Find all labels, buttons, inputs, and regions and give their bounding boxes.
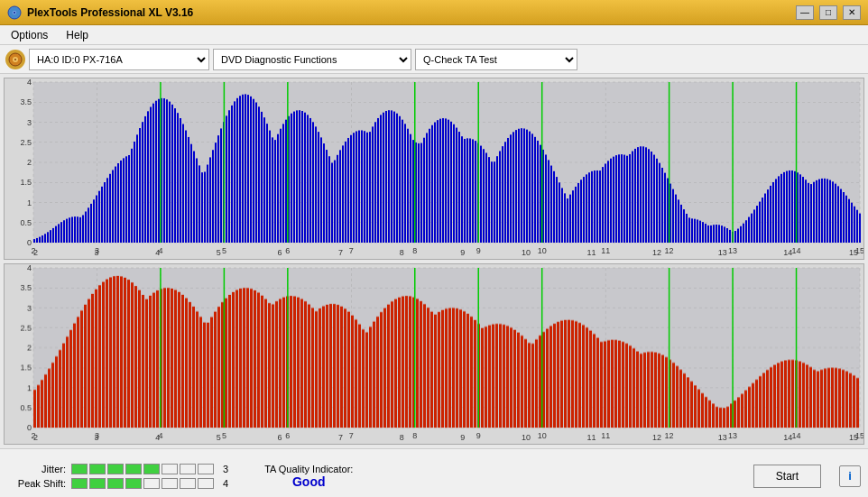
svg-point-5	[14, 59, 16, 60]
info-button[interactable]: i	[839, 465, 861, 487]
jitter-seg-7	[180, 464, 196, 474]
jitter-label: Jitter:	[7, 464, 66, 474]
test-select[interactable]: Q-Check TA Test	[415, 49, 577, 70]
ta-quality-section: TA Quality Indicator: Good	[264, 464, 353, 489]
jitter-seg-6	[162, 464, 178, 474]
peak-shift-label: Peak Shift:	[7, 478, 66, 489]
drive-icon	[5, 50, 25, 69]
jitter-seg-3	[107, 464, 124, 474]
window-title: PlexTools Professional XL V3.16	[27, 6, 193, 19]
close-button[interactable]: ✕	[843, 5, 861, 20]
title-bar: PlexTools Professional XL V3.16 — □ ✕	[0, 0, 868, 25]
start-button[interactable]: Start	[753, 465, 821, 488]
peak-shift-value: 4	[223, 478, 228, 489]
peak-shift-metric: Peak Shift: 4	[7, 478, 228, 489]
jitter-bar	[71, 464, 214, 474]
function-select[interactable]: DVD Diagnostic Functions	[213, 49, 411, 70]
bottom-panel: Jitter: 3 Peak Shift:	[0, 448, 868, 497]
peak-seg-5	[143, 478, 160, 489]
jitter-value: 3	[223, 464, 228, 474]
peak-shift-bar	[71, 478, 214, 489]
jitter-seg-8	[198, 464, 214, 474]
title-bar-left: PlexTools Professional XL V3.16	[7, 5, 193, 20]
bottom-chart: 4 3.5 3 2.5 2 1.5 1 0.5 0 2 3 4 5 6 7 8 …	[4, 263, 864, 446]
menu-options[interactable]: Options	[4, 27, 55, 43]
bottom-chart-x-axis: 2 3 4 5 6 7 8 9 10 11 12 13 14 15	[32, 433, 860, 442]
jitter-seg-1	[71, 464, 88, 474]
peak-seg-4	[125, 478, 142, 489]
toolbar: HA:0 ID:0 PX-716A DVD Diagnostic Functio…	[0, 45, 868, 74]
top-chart-x-axis: 2 3 4 5 6 7 8 9 10 11 12 13 14 15	[32, 248, 860, 257]
drive-select[interactable]: HA:0 ID:0 PX-716A	[29, 49, 209, 70]
jitter-metric: Jitter: 3	[7, 464, 228, 474]
peak-seg-1	[71, 478, 88, 489]
disc-icon	[7, 5, 22, 20]
jitter-seg-2	[89, 464, 106, 474]
metrics-section: Jitter: 3 Peak Shift:	[7, 464, 228, 489]
jitter-seg-5	[143, 464, 160, 474]
svg-point-2	[14, 12, 15, 14]
top-chart: 4 3.5 3 2.5 2 1.5 1 0.5 0 2 3 4 5 6 7 8 …	[4, 78, 864, 260]
main-content: 4 3.5 3 2.5 2 1.5 1 0.5 0 2 3 4 5 6 7 8 …	[0, 74, 868, 448]
menu-help[interactable]: Help	[59, 27, 96, 43]
ta-quality-label: TA Quality Indicator:	[264, 464, 353, 474]
jitter-seg-4	[125, 464, 142, 474]
peak-seg-8	[198, 478, 214, 489]
minimize-button[interactable]: —	[796, 5, 814, 20]
peak-seg-2	[89, 478, 106, 489]
ta-quality-value: Good	[292, 474, 326, 489]
peak-seg-3	[107, 478, 124, 489]
menu-bar: Options Help	[0, 25, 868, 45]
bottom-chart-canvas	[5, 264, 863, 445]
peak-seg-7	[180, 478, 196, 489]
top-chart-canvas	[5, 78, 863, 259]
peak-seg-6	[162, 478, 178, 489]
maximize-button[interactable]: □	[819, 5, 837, 20]
title-controls: — □ ✕	[796, 5, 861, 20]
